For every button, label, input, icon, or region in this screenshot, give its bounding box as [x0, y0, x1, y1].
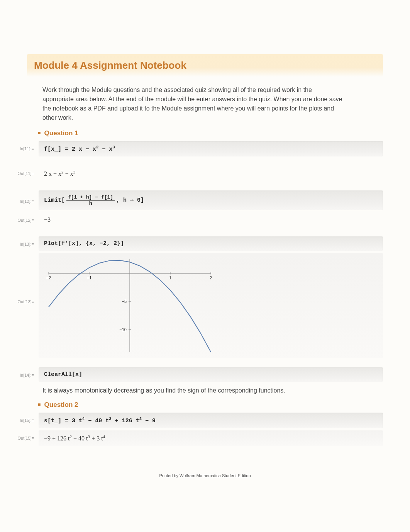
input-code: s[t_] = 3 t4 − 40 t3 + 126 t2 − 9 [39, 413, 383, 428]
out-label: Out[11]= [15, 166, 39, 176]
cell-out-13: Out[13]= −2−112−5−10 [27, 253, 383, 358]
input-code: Limit[f[1 + h] − f[1]h, h → 0] [39, 190, 383, 210]
svg-text:1: 1 [169, 276, 171, 280]
title-band: Module 4 Assignment Notebook [27, 54, 383, 77]
cell-in-14: In[14]:= ClearAll[x] [27, 367, 383, 382]
output-value: 2 x − x2 − x3 [39, 166, 383, 181]
cell-out-11: Out[11]= 2 x − x2 − x3 [27, 166, 383, 181]
output-value: −9 + 126 t2 − 40 t3 + 3 t4 [39, 430, 383, 446]
cell-out-15: Out[15]= −9 + 126 t2 − 40 t3 + 3 t4 [27, 430, 383, 446]
cell-out-12: Out[12]= −3 [27, 212, 383, 227]
cell-in-15: In[15]:= s[t_] = 3 t4 − 40 t3 + 126 t2 −… [27, 413, 383, 428]
note-text: It is always monotonically decreasing as… [42, 387, 383, 394]
in-label: In[12]:= [15, 190, 39, 204]
intro-text: Work through the Module questions and th… [42, 85, 344, 122]
question-1-heading: Question 1 [38, 129, 383, 137]
derivative-plot: −2−112−5−10 [41, 255, 219, 356]
out-label: Out[15]= [15, 430, 39, 440]
in-label: In[14]:= [15, 367, 39, 377]
out-label: Out[13]= [15, 253, 39, 304]
svg-text:−2: −2 [46, 276, 51, 280]
out-label: Out[12]= [15, 212, 39, 223]
cell-in-13: In[13]:= Plot[f'[x], {x, −2, 2}] [27, 236, 383, 251]
svg-text:2: 2 [210, 276, 212, 280]
output-value: −3 [39, 212, 383, 227]
footer-text: Printed by Wolfram Mathematica Student E… [27, 473, 383, 478]
question-2-heading: Question 2 [38, 401, 383, 409]
svg-text:−5: −5 [122, 299, 127, 304]
input-code: f[x_] = 2 x − x2 − x3 [39, 141, 383, 156]
cell-in-12: In[12]:= Limit[f[1 + h] − f[1]h, h → 0] [27, 190, 383, 210]
in-label: In[13]:= [15, 236, 39, 246]
in-label: In[15]:= [15, 413, 39, 423]
plot-output: −2−112−5−10 [39, 253, 383, 358]
in-label: In[11]:= [15, 141, 39, 151]
svg-text:−1: −1 [87, 276, 92, 280]
input-code: ClearAll[x] [39, 367, 383, 382]
svg-text:−10: −10 [119, 327, 127, 332]
input-code: Plot[f'[x], {x, −2, 2}] [39, 236, 383, 251]
page-title: Module 4 Assignment Notebook [34, 59, 376, 71]
cell-in-11: In[11]:= f[x_] = 2 x − x2 − x3 [27, 141, 383, 156]
